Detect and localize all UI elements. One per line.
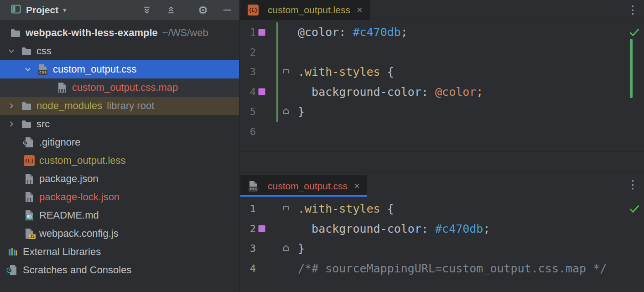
vcs-change-bar[interactable] <box>276 22 278 42</box>
tree-item-gitignore[interactable]: .gitignore <box>0 133 239 151</box>
code-editor-less[interactable]: 1@color: #c470db;23.with-styles {4 backg… <box>239 20 644 172</box>
gutter: 4 <box>239 259 292 279</box>
tree-item-custom-output-css[interactable]: css custom_output.css <box>0 60 239 78</box>
editor-line[interactable]: 4 background-color: @color; <box>239 82 644 102</box>
gutter: 5 <box>239 102 292 122</box>
less-file-icon: {L} <box>24 155 35 166</box>
tree-item-src[interactable]: src <box>0 115 239 133</box>
json-file-icon: {} <box>24 173 35 184</box>
tree-item-scratches-and-consoles[interactable]: Scratches and Consoles <box>0 261 239 279</box>
fold-marker-start[interactable] <box>282 202 290 215</box>
editor-line[interactable]: 5} <box>239 102 644 122</box>
code-line[interactable]: } <box>292 242 305 255</box>
project-tool-icon[interactable] <box>11 4 21 16</box>
tree-item-label: package-lock.json <box>39 191 119 203</box>
code-token: .with-styles <box>298 202 380 215</box>
settings-gear-icon[interactable]: ⚙ <box>197 4 209 16</box>
tree-item-webpack-config-js[interactable]: JS webpack.config.js <box>0 224 239 243</box>
clock-overlay-icon <box>6 264 12 276</box>
tree-item-label: node_modules <box>36 100 102 112</box>
code-editor-css[interactable]: 1.with-styles {2 background-color: #c470… <box>239 197 644 292</box>
hide-panel-icon[interactable] <box>221 4 233 16</box>
code-token: ; <box>401 26 408 39</box>
tree-item-label: webpack.config.js <box>39 228 119 240</box>
tree-item-css-folder[interactable]: css <box>0 42 239 60</box>
expand-all-icon[interactable] <box>141 4 153 16</box>
code-line[interactable]: .with-styles { <box>292 202 394 215</box>
editor-line[interactable]: 2 <box>239 42 644 63</box>
tree-item-label: webpack-with-less-example <box>26 27 158 39</box>
chevron-down-icon[interactable]: ▾ <box>63 6 66 14</box>
tree-item-label: custom_output.css <box>53 63 136 75</box>
tree-item-external-libraries[interactable]: External Libraries <box>0 243 239 261</box>
line-number: 5 <box>239 106 256 117</box>
vcs-change-bar[interactable] <box>276 102 278 122</box>
less-file-icon: {L} <box>248 5 259 16</box>
line-number: 4 <box>239 86 256 98</box>
scrollbar-change-stripe[interactable] <box>630 39 633 98</box>
color-preview-swatch[interactable] <box>258 88 265 95</box>
gutter: 1 <box>239 199 292 219</box>
scratches-icon <box>7 265 18 276</box>
code-line[interactable]: background-color: #c470db; <box>292 222 490 235</box>
tree-item-label: custom_output.less <box>39 155 126 167</box>
code-line[interactable]: @color: #c470db; <box>292 26 408 39</box>
editor-options-icon[interactable]: ⋮ <box>627 179 644 190</box>
code-line[interactable]: .with-styles { <box>292 65 394 78</box>
fold-marker-start[interactable] <box>282 65 290 78</box>
color-preview-swatch[interactable] <box>258 29 265 36</box>
vcs-change-bar[interactable] <box>276 62 278 82</box>
tree-item-package-json[interactable]: {} package.json <box>0 170 239 188</box>
vcs-change-bar[interactable] <box>276 82 278 102</box>
code-token: @color <box>435 85 476 99</box>
chevron-right-icon[interactable] <box>7 102 21 110</box>
line-number: 1 <box>239 26 256 38</box>
tree-item-webpack-root[interactable]: webpack-with-less-example ~/WS/web <box>0 24 239 42</box>
json-badge: {} <box>26 198 32 203</box>
chevron-right-icon[interactable] <box>7 120 21 128</box>
editor-line[interactable]: 1.with-styles { <box>239 199 644 219</box>
editor-tab-custom-output-css[interactable]: css custom_output.css × <box>240 175 367 197</box>
collapse-all-icon[interactable] <box>165 4 177 16</box>
code-line[interactable]: background-color: @color; <box>292 85 483 99</box>
code-token: /*# sourceMappingURL=custom_output.css.m… <box>298 262 607 275</box>
code-line[interactable]: } <box>292 105 305 118</box>
ignore-overlay-icon <box>23 136 28 148</box>
json-file-icon: {} <box>24 192 35 203</box>
fold-marker-end[interactable] <box>282 105 290 118</box>
folder-icon <box>21 100 32 111</box>
js-file-icon: JS <box>24 228 35 239</box>
editor-tab-custom-output-less[interactable]: {L} custom_output.less × <box>240 0 370 20</box>
fold-marker-end[interactable] <box>282 242 290 255</box>
project-panel-title[interactable]: Project <box>26 5 58 16</box>
inspections-ok-icon[interactable] <box>628 203 640 218</box>
tree-item-package-lock-json[interactable]: {} package-lock.json <box>0 188 239 206</box>
editor-line[interactable]: 3} <box>239 239 644 259</box>
chevron-down-icon[interactable] <box>7 47 21 55</box>
editor-line[interactable]: 1@color: #c470db; <box>239 22 644 42</box>
tree-item-hint: library root <box>107 100 154 112</box>
code-token: ; <box>476 85 483 99</box>
less-badge: {L} <box>25 158 34 164</box>
close-tab-icon[interactable]: × <box>357 5 363 15</box>
gutter: 3 <box>239 62 292 82</box>
line-number: 2 <box>239 47 256 58</box>
editor-line[interactable]: 4/*# sourceMappingURL=custom_output.css.… <box>239 259 644 279</box>
tree-item-node-modules[interactable]: node_modules library root <box>0 97 239 115</box>
editor-options-icon[interactable]: ⋮ <box>627 4 644 16</box>
editor-line[interactable]: 2 background-color: #c470db; <box>239 219 644 239</box>
editor-line[interactable]: 3.with-styles { <box>239 62 644 82</box>
close-tab-icon[interactable]: × <box>354 181 360 191</box>
tree-item-custom-output-css-map[interactable]: {0} custom_output.css.map <box>0 78 239 97</box>
json-badge: {} <box>26 180 32 184</box>
editor-line[interactable]: 6 <box>239 122 644 142</box>
code-line[interactable]: /*# sourceMappingURL=custom_output.css.m… <box>292 262 607 275</box>
code-token: { <box>380 65 394 78</box>
vcs-change-bar[interactable] <box>276 42 278 63</box>
line-number: 2 <box>239 223 256 235</box>
chevron-down-icon[interactable] <box>24 65 37 73</box>
tree-item-custom-output-less[interactable]: {L} custom_output.less <box>0 151 239 170</box>
tree-item-readme-md[interactable]: MD README.md <box>0 206 239 224</box>
color-preview-swatch[interactable] <box>258 225 265 232</box>
project-panel: Project ▾ ⚙ <box>0 0 239 292</box>
